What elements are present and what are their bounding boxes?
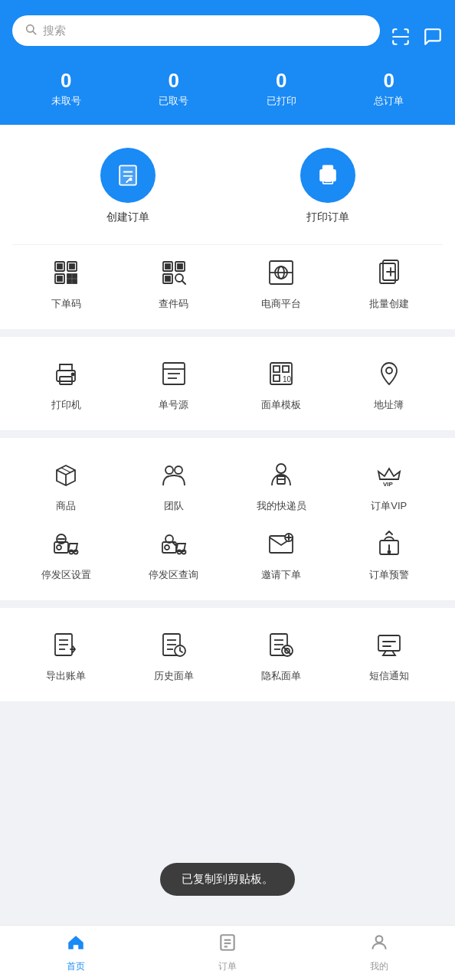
grid-item-ecommerce[interactable]: 电商平台 [228, 254, 336, 311]
grid-item-sms-notify[interactable]: 短信通知 [336, 626, 444, 683]
grid-item-vip[interactable]: VIP 订单VIP [336, 456, 444, 513]
svg-line-1 [33, 31, 36, 34]
batch-create-icon [371, 254, 408, 291]
svg-point-55 [175, 466, 182, 474]
svg-point-68 [177, 550, 181, 554]
message-icon[interactable] [423, 27, 443, 50]
stat-not-taken: 0 未取号 [51, 69, 81, 108]
create-order-button[interactable]: 创建订单 [100, 148, 155, 224]
grid-item-invite-order-label: 邀请下单 [261, 568, 301, 582]
search-icon [25, 23, 37, 38]
svg-point-61 [57, 545, 61, 550]
stat-total-num: 0 [374, 69, 404, 93]
grid-item-chajianma-label: 查件码 [159, 297, 188, 311]
stats-row: 0 未取号 0 已取号 0 已打印 0 总订单 [12, 61, 443, 125]
privacy-waybill-icon [263, 626, 300, 663]
nav-order-label: 订单 [218, 960, 237, 973]
svg-rect-18 [67, 274, 71, 278]
grid-item-history-waybill[interactable]: 历史面单 [120, 626, 228, 683]
sms-notify-icon [371, 626, 408, 663]
stat-printed-label: 已打印 [267, 94, 296, 108]
history-waybill-icon [155, 626, 192, 663]
grid-item-order-warning-label: 订单预警 [369, 568, 409, 582]
vip-icon: VIP [371, 456, 408, 493]
grid-item-template-label: 面单模板 [261, 398, 301, 412]
svg-rect-46 [273, 366, 280, 372]
stat-total-label: 总订单 [374, 94, 404, 108]
svg-rect-21 [73, 279, 77, 283]
export-bill-icon [47, 626, 84, 663]
grid-item-printer[interactable]: 打印机 [12, 355, 120, 412]
grid-item-waybill-source-label: 单号源 [159, 398, 188, 412]
grid-section-3: 商品 团队 [12, 453, 443, 585]
header: 搜索 0 未取号 0 已取号 0 [0, 0, 455, 125]
svg-line-29 [182, 281, 185, 284]
ecommerce-icon [263, 254, 300, 291]
stat-printed-num: 0 [267, 69, 296, 93]
grid-item-xiadanma[interactable]: 下单码 [12, 254, 120, 311]
create-order-icon [100, 148, 155, 203]
search-placeholder: 搜索 [43, 24, 66, 38]
grid-item-chajianma[interactable]: 查件码 [120, 254, 228, 311]
svg-point-50 [386, 368, 392, 374]
svg-rect-39 [60, 377, 72, 384]
stat-taken-num: 0 [159, 69, 188, 93]
grid-item-waybill-source[interactable]: 单号源 [120, 355, 228, 412]
nav-home[interactable]: 首页 [0, 933, 152, 973]
grid-item-product[interactable]: 商品 [12, 456, 120, 513]
nav-order[interactable]: 订单 [152, 933, 303, 973]
svg-rect-15 [70, 264, 74, 269]
grid-item-address-book[interactable]: 地址簿 [336, 355, 444, 412]
svg-point-40 [72, 374, 74, 376]
nav-home-label: 首页 [67, 960, 85, 973]
grid-item-team[interactable]: 团队 [120, 456, 228, 513]
profile-icon [369, 933, 389, 957]
printer-icon [47, 355, 84, 392]
svg-rect-47 [283, 366, 289, 372]
svg-rect-95 [378, 635, 400, 651]
stop-zone-set-icon [47, 525, 84, 562]
grid-item-invite-order[interactable]: 邀请下单 [228, 525, 336, 582]
svg-rect-23 [165, 264, 170, 269]
svg-rect-8 [322, 166, 332, 172]
svg-rect-27 [165, 276, 170, 281]
nav-profile[interactable]: 我的 [303, 933, 455, 973]
grid-item-address-book-label: 地址簿 [374, 398, 404, 412]
grid-item-ecommerce-label: 电商平台 [261, 297, 301, 311]
search-qr-icon [155, 254, 192, 291]
grid-item-privacy-waybill[interactable]: 隐私面单 [228, 626, 336, 683]
svg-point-67 [165, 545, 169, 550]
invite-order-icon [263, 525, 300, 562]
grid-item-batch-create-label: 批量创建 [369, 297, 409, 311]
grid-section-2: 打印机 单号源 [12, 352, 443, 415]
grid-item-courier[interactable]: 我的快递员 [228, 456, 336, 513]
stat-not-taken-num: 0 [51, 69, 81, 93]
svg-rect-48 [273, 375, 280, 381]
product-icon [47, 456, 84, 493]
svg-point-63 [74, 550, 78, 554]
grid-section-1: 下单码 查件码 [12, 251, 443, 314]
grid-item-stop-zone-query[interactable]: 停发区查询 [120, 525, 228, 582]
stat-taken-label: 已取号 [159, 94, 188, 108]
print-order-label: 打印订单 [306, 211, 349, 224]
svg-rect-25 [178, 264, 182, 269]
grid-item-batch-create[interactable]: 批量创建 [336, 254, 444, 311]
grid-item-template[interactable]: 10 面单模板 [228, 355, 336, 412]
grid-item-export-bill[interactable]: 导出账单 [12, 626, 120, 683]
grid-item-sms-notify-label: 短信通知 [369, 669, 409, 683]
svg-line-51 [57, 470, 66, 475]
order-warning-icon [371, 525, 408, 562]
svg-rect-13 [57, 264, 62, 269]
divider-1 [12, 244, 443, 245]
toast-message: 已复制到剪贴板。 [160, 863, 295, 896]
scan-icon[interactable] [391, 27, 411, 50]
grid-item-order-warning[interactable]: 订单预警 [336, 525, 444, 582]
stat-taken: 0 已取号 [159, 69, 188, 108]
search-bar[interactable]: 搜索 [12, 15, 380, 46]
grid-item-stop-zone-set[interactable]: 停发区设置 [12, 525, 120, 582]
print-order-icon [300, 148, 355, 203]
print-order-button[interactable]: 打印订单 [300, 148, 355, 224]
template-icon: 10 [263, 355, 300, 392]
svg-point-54 [165, 466, 173, 474]
grid-section-3-card: 商品 团队 [0, 438, 455, 600]
